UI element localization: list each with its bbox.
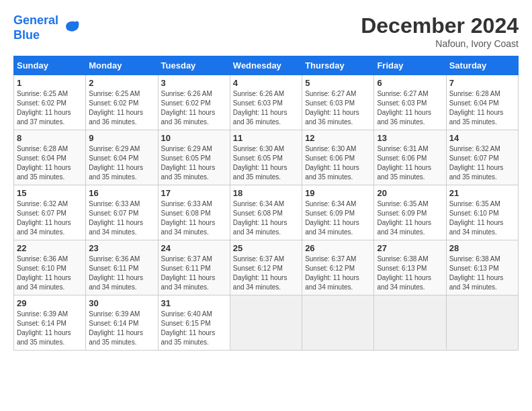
col-header-tuesday: Tuesday (158, 56, 230, 75)
calendar-day (446, 295, 518, 351)
calendar-day: 4Sunrise: 6:26 AMSunset: 6:03 PMDaylight… (230, 75, 302, 130)
calendar-day (302, 295, 374, 351)
col-header-wednesday: Wednesday (230, 56, 302, 75)
title-block: December 2024 Nafoun, Ivory Coast (361, 13, 519, 49)
calendar-day: 30Sunrise: 6:39 AMSunset: 6:14 PMDayligh… (86, 295, 158, 351)
calendar-day: 1Sunrise: 6:25 AMSunset: 6:02 PMDaylight… (14, 75, 86, 130)
calendar-week-row: 15Sunrise: 6:32 AMSunset: 6:07 PMDayligh… (14, 185, 519, 240)
calendar-day: 20Sunrise: 6:35 AMSunset: 6:09 PMDayligh… (374, 185, 446, 240)
calendar-day: 11Sunrise: 6:30 AMSunset: 6:05 PMDayligh… (230, 130, 302, 185)
calendar-day: 21Sunrise: 6:35 AMSunset: 6:10 PMDayligh… (446, 185, 518, 240)
calendar-day: 10Sunrise: 6:29 AMSunset: 6:05 PMDayligh… (158, 130, 230, 185)
calendar-day: 31Sunrise: 6:40 AMSunset: 6:15 PMDayligh… (158, 295, 230, 351)
calendar-day: 29Sunrise: 6:39 AMSunset: 6:14 PMDayligh… (14, 295, 86, 351)
calendar-day: 16Sunrise: 6:33 AMSunset: 6:07 PMDayligh… (86, 185, 158, 240)
calendar-table: SundayMondayTuesdayWednesdayThursdayFrid… (13, 56, 519, 351)
calendar-day: 9Sunrise: 6:29 AMSunset: 6:04 PMDaylight… (86, 130, 158, 185)
calendar-day: 18Sunrise: 6:34 AMSunset: 6:08 PMDayligh… (230, 185, 302, 240)
calendar-day: 14Sunrise: 6:32 AMSunset: 6:07 PMDayligh… (446, 130, 518, 185)
calendar-day: 23Sunrise: 6:36 AMSunset: 6:11 PMDayligh… (86, 240, 158, 295)
calendar-day: 15Sunrise: 6:32 AMSunset: 6:07 PMDayligh… (14, 185, 86, 240)
calendar-day (374, 295, 446, 351)
calendar-day (230, 295, 302, 351)
calendar-day: 17Sunrise: 6:33 AMSunset: 6:08 PMDayligh… (158, 185, 230, 240)
col-header-friday: Friday (374, 56, 446, 75)
calendar-week-row: 29Sunrise: 6:39 AMSunset: 6:14 PMDayligh… (14, 295, 519, 351)
month-title: December 2024 (361, 13, 519, 38)
calendar-day: 8Sunrise: 6:28 AMSunset: 6:04 PMDaylight… (14, 130, 86, 185)
calendar-week-row: 1Sunrise: 6:25 AMSunset: 6:02 PMDaylight… (14, 75, 519, 130)
calendar-day: 24Sunrise: 6:37 AMSunset: 6:11 PMDayligh… (158, 240, 230, 295)
logo-text: GeneralBlue (13, 13, 58, 42)
col-header-monday: Monday (86, 56, 158, 75)
calendar-day: 13Sunrise: 6:31 AMSunset: 6:06 PMDayligh… (374, 130, 446, 185)
calendar-day: 25Sunrise: 6:37 AMSunset: 6:12 PMDayligh… (230, 240, 302, 295)
calendar-day: 7Sunrise: 6:28 AMSunset: 6:04 PMDaylight… (446, 75, 518, 130)
calendar-day: 6Sunrise: 6:27 AMSunset: 6:03 PMDaylight… (374, 75, 446, 130)
calendar-week-row: 22Sunrise: 6:36 AMSunset: 6:10 PMDayligh… (14, 240, 519, 295)
calendar-day: 28Sunrise: 6:38 AMSunset: 6:13 PMDayligh… (446, 240, 518, 295)
calendar-header-row: SundayMondayTuesdayWednesdayThursdayFrid… (14, 56, 519, 75)
calendar-day: 19Sunrise: 6:34 AMSunset: 6:09 PMDayligh… (302, 185, 374, 240)
location: Nafoun, Ivory Coast (361, 38, 519, 49)
logo: GeneralBlue (13, 13, 81, 42)
calendar-day: 3Sunrise: 6:26 AMSunset: 6:02 PMDaylight… (158, 75, 230, 130)
col-header-thursday: Thursday (302, 56, 374, 75)
calendar-day: 12Sunrise: 6:30 AMSunset: 6:06 PMDayligh… (302, 130, 374, 185)
logo-icon (61, 18, 81, 38)
calendar-day: 26Sunrise: 6:37 AMSunset: 6:12 PMDayligh… (302, 240, 374, 295)
calendar-week-row: 8Sunrise: 6:28 AMSunset: 6:04 PMDaylight… (14, 130, 519, 185)
calendar-day: 2Sunrise: 6:25 AMSunset: 6:02 PMDaylight… (86, 75, 158, 130)
calendar-day: 5Sunrise: 6:27 AMSunset: 6:03 PMDaylight… (302, 75, 374, 130)
calendar-day: 22Sunrise: 6:36 AMSunset: 6:10 PMDayligh… (14, 240, 86, 295)
calendar-day: 27Sunrise: 6:38 AMSunset: 6:13 PMDayligh… (374, 240, 446, 295)
col-header-sunday: Sunday (14, 56, 86, 75)
col-header-saturday: Saturday (446, 56, 518, 75)
page-header: GeneralBlue December 2024 Nafoun, Ivory … (13, 13, 519, 49)
